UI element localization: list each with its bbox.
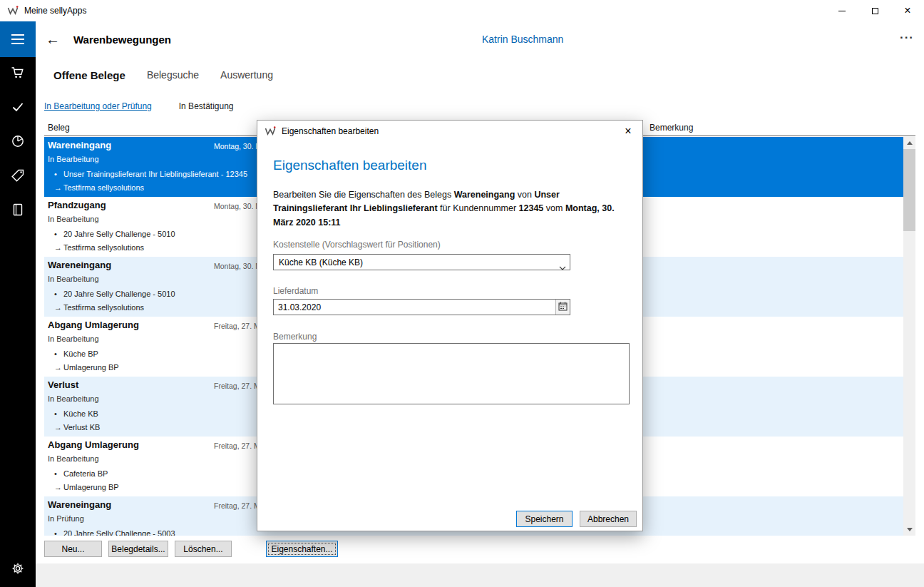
row-detail: →Testfirma sellysolutions — [54, 303, 144, 312]
bemerkung-textarea[interactable] — [273, 343, 630, 404]
tab-belegsuche[interactable]: Belegsuche — [147, 69, 199, 81]
sidebar-item-book[interactable] — [0, 194, 36, 228]
row-detail-text: Umlagerung BP — [63, 483, 119, 491]
sidebar-item-cart[interactable] — [0, 57, 36, 91]
row-status: In Bearbeitung — [48, 394, 99, 403]
row-detail-text: 20 Jahre Selly Challenge - 5010 — [63, 290, 175, 298]
scrollbar-down-button[interactable] — [903, 524, 915, 536]
row-detail-text: Testfirma sellysolutions — [63, 183, 144, 192]
sidebar-item-settings[interactable] — [0, 553, 36, 587]
properties-dialog: Eigenschaften bearbeiten × Eigenschaften… — [257, 120, 643, 531]
row-detail-text: 20 Jahre Selly Challenge - 5003 — [63, 529, 175, 536]
bullet-icon: • — [54, 409, 63, 418]
row-title: Wareneingang — [48, 140, 111, 150]
gear-icon — [11, 561, 25, 578]
new-button[interactable]: Neu... — [44, 541, 102, 557]
row-status: In Prüfung — [48, 514, 84, 523]
book-icon — [11, 203, 25, 220]
tag-icon — [11, 168, 25, 185]
row-status: In Bearbeitung — [48, 215, 99, 223]
tab-offene-belege[interactable]: Offene Belege — [53, 69, 125, 81]
bullet-icon: → — [54, 183, 63, 192]
bullet-icon: • — [54, 469, 63, 478]
row-detail: →Verlust KB — [54, 423, 100, 432]
user-name[interactable]: Katrin Buschmann — [482, 34, 563, 45]
row-detail-text: Cafeteria BP — [63, 469, 108, 478]
filter-in-bearbeitung-oder-pruefung[interactable]: In Bearbeitung oder Prüfung — [44, 101, 152, 111]
filter-in-bestaetigung[interactable]: In Bestätigung — [179, 101, 234, 111]
row-title: Wareneingang — [48, 260, 111, 270]
tab-auswertung[interactable]: Auswertung — [220, 69, 273, 81]
row-detail: •20 Jahre Selly Challenge - 5010 — [54, 230, 175, 238]
triangle-up-icon — [907, 141, 913, 145]
page-title: Warenbewegungen — [73, 34, 171, 46]
row-detail: •Küche BP — [54, 349, 98, 358]
bullet-icon: • — [54, 230, 63, 238]
maximize-button[interactable] — [858, 0, 891, 21]
row-detail: →Testfirma sellysolutions — [54, 243, 144, 252]
sidebar-item-pie-chart[interactable] — [0, 126, 36, 160]
app-header: ← Warenbewegungen Katrin Buschmann ··· — [0, 21, 924, 57]
window-title: Meine sellyApps — [24, 6, 86, 16]
row-status: In Bearbeitung — [48, 275, 99, 283]
delete-button[interactable]: Löschen... — [175, 541, 232, 557]
dialog-close-button[interactable]: × — [614, 121, 642, 142]
scrollbar-up-button[interactable] — [903, 137, 915, 149]
back-arrow-icon: ← — [46, 31, 60, 48]
filter-bar: In Bearbeitung oder Prüfung In Bestätigu… — [36, 93, 924, 120]
row-detail: •Unser Trainingslieferant Ihr Lieblingsl… — [54, 170, 247, 178]
window-controls: × — [826, 0, 924, 21]
kostenstelle-selected-value: Küche KB (Küche KB) — [279, 257, 363, 267]
row-title: Abgang Umlagerung — [48, 320, 139, 330]
cart-icon — [11, 66, 25, 83]
app-icon — [7, 5, 19, 16]
ellipsis-icon: ··· — [900, 31, 914, 44]
minimize-button[interactable] — [826, 0, 858, 21]
description-segment: Bearbeiten Sie die Eigenschaften des Bel… — [273, 190, 454, 200]
chevron-down-icon — [559, 260, 566, 273]
back-button[interactable]: ← — [43, 29, 63, 49]
lieferdatum-input[interactable] — [274, 300, 555, 315]
bullet-icon: → — [54, 363, 63, 372]
close-icon: × — [625, 125, 631, 138]
bullet-icon: → — [54, 303, 63, 312]
dialog-app-icon — [265, 126, 276, 137]
row-detail-text: 20 Jahre Selly Challenge - 5010 — [63, 230, 175, 238]
close-button[interactable]: × — [891, 0, 924, 21]
row-status: In Bearbeitung — [48, 155, 99, 163]
lieferdatum-field — [273, 299, 570, 315]
row-detail: •20 Jahre Selly Challenge - 5003 — [54, 529, 175, 536]
sidebar-item-check[interactable] — [0, 91, 36, 126]
scrollbar-thumb[interactable] — [903, 149, 915, 231]
row-detail: •Küche KB — [54, 409, 98, 418]
row-detail-text: Umlagerung BP — [63, 363, 119, 372]
row-detail-text: Testfirma sellysolutions — [63, 303, 144, 312]
sidebar — [0, 57, 36, 587]
sidebar-item-tag[interactable] — [0, 160, 36, 194]
bullet-icon: • — [54, 290, 63, 298]
dialog-titlebar: Eigenschaften bearbeiten × — [257, 121, 642, 142]
cancel-button[interactable]: Abbrechen — [580, 511, 637, 527]
row-title: Wareneingang — [48, 499, 111, 510]
document-details-button[interactable]: Belegdetails... — [108, 541, 168, 557]
hamburger-icon — [11, 34, 24, 36]
kostenstelle-label: Kostenstelle (Vorschlagswert für Positio… — [273, 240, 441, 250]
status-strip — [36, 563, 924, 587]
column-header-bemerkung[interactable]: Bemerkung — [650, 123, 693, 133]
save-button[interactable]: Speichern — [516, 511, 573, 527]
kostenstelle-select[interactable]: Küche KB (Küche KB) — [273, 254, 570, 270]
row-detail: •Cafeteria BP — [54, 469, 108, 478]
action-bar: Neu... Belegdetails... Löschen... Eigens… — [36, 536, 924, 563]
calendar-button[interactable] — [555, 300, 570, 315]
hamburger-menu-button[interactable] — [0, 21, 36, 57]
app-window: Meine sellyApps × ← Warenbewegungen Katr… — [0, 0, 924, 587]
row-detail: →Umlagerung BP — [54, 483, 119, 491]
description-segment: für Kundennummer — [438, 203, 519, 213]
vertical-scrollbar[interactable] — [903, 137, 915, 536]
column-header-beleg[interactable]: Beleg — [48, 123, 70, 133]
pie-chart-icon — [11, 134, 25, 151]
row-title: Pfandzugang — [48, 200, 106, 210]
row-title: Abgang Umlagerung — [48, 439, 139, 450]
more-button[interactable]: ··· — [900, 31, 914, 45]
properties-button[interactable]: Eigenschaften... — [266, 541, 338, 557]
